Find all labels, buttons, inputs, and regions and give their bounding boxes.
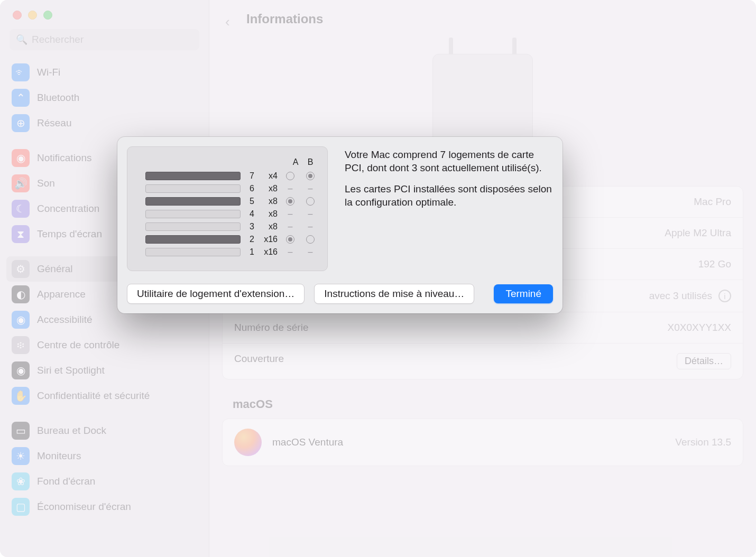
slot-speed: x8 xyxy=(260,209,278,219)
slot-row-7: 7x4 xyxy=(145,171,318,181)
pool-radio[interactable] xyxy=(283,172,298,180)
pool-radio: – xyxy=(303,222,318,231)
slot-bar xyxy=(145,248,241,256)
pool-radio: – xyxy=(303,184,318,193)
upgrade-instructions-button[interactable]: Instructions de mise à niveau… xyxy=(314,284,474,304)
slot-row-6: 6x8–– xyxy=(145,184,318,193)
slot-bar xyxy=(145,222,241,231)
slot-bar xyxy=(145,210,241,218)
sheet-p1: Votre Mac comprend 7 logements de carte … xyxy=(345,148,553,174)
pool-radio[interactable] xyxy=(283,197,298,206)
slot-bar xyxy=(145,184,241,193)
slot-number: 1 xyxy=(246,247,254,257)
pool-radio: – xyxy=(283,247,298,257)
pool-radio: – xyxy=(303,247,318,257)
slot-number: 4 xyxy=(246,209,254,219)
pool-radio: – xyxy=(283,209,298,219)
slot-speed: x16 xyxy=(260,235,278,244)
slot-number: 3 xyxy=(246,222,254,231)
slot-speed: x4 xyxy=(260,171,278,181)
col-b-label: B xyxy=(303,157,318,167)
slot-row-3: 3x8–– xyxy=(145,222,318,231)
col-a-label: A xyxy=(288,157,303,167)
pool-radio: – xyxy=(283,222,298,231)
sheet-text: Votre Mac comprend 7 logements de carte … xyxy=(345,146,553,271)
slot-speed: x8 xyxy=(260,184,278,193)
slot-number: 2 xyxy=(246,235,254,244)
slot-number: 6 xyxy=(246,184,254,193)
slot-row-1: 1x16–– xyxy=(145,247,318,257)
slot-speed: x8 xyxy=(260,222,278,231)
pool-radio[interactable] xyxy=(283,235,298,244)
pci-sheet: A B 7x46x8––5x84x8––3x8––2x161x16–– Votr… xyxy=(117,137,563,313)
slot-row-4: 4x8–– xyxy=(145,209,318,219)
pool-radio: – xyxy=(283,184,298,193)
sheet-p2: Les cartes PCI installées sont disposées… xyxy=(345,183,553,209)
slot-row-2: 2x16 xyxy=(145,235,318,244)
slot-speed: x16 xyxy=(260,247,278,257)
pool-radio: – xyxy=(303,209,318,219)
pool-radio[interactable] xyxy=(303,172,318,180)
slot-number: 5 xyxy=(246,197,254,206)
settings-window: 🔍 Rechercher ᯤWi-Fi⌃Bluetooth⊕Réseau◉Not… xyxy=(0,0,756,557)
slot-speed: x8 xyxy=(260,197,278,206)
pool-radio[interactable] xyxy=(303,197,318,206)
expansion-utility-button[interactable]: Utilitaire de logement d'extension… xyxy=(127,284,305,304)
slot-row-5: 5x8 xyxy=(145,197,318,206)
slot-bar xyxy=(145,197,241,206)
pool-radio[interactable] xyxy=(303,235,318,244)
slot-bar xyxy=(145,235,241,244)
slot-number: 7 xyxy=(246,171,254,181)
done-button[interactable]: Terminé xyxy=(494,284,553,303)
slot-diagram: A B 7x46x8––5x84x8––3x8––2x161x16–– xyxy=(127,146,328,271)
slot-bar xyxy=(145,172,241,180)
